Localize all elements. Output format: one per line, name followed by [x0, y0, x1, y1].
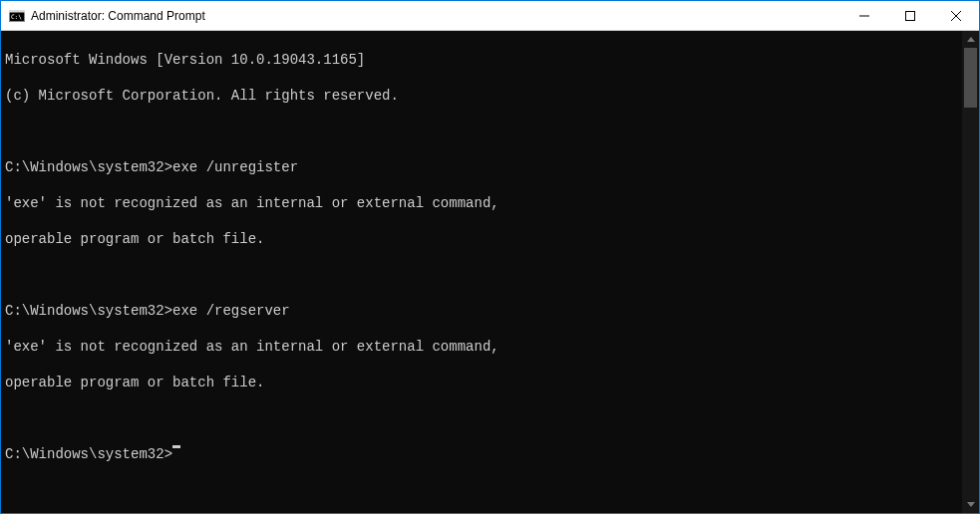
console-line: C:\Windows\system32>exe /unregister	[5, 158, 962, 176]
scroll-track[interactable]	[962, 48, 979, 496]
console-line	[5, 266, 962, 284]
close-button[interactable]	[933, 1, 979, 30]
console-line	[5, 409, 962, 427]
console-line: Microsoft Windows [Version 10.0.19043.11…	[5, 51, 962, 69]
scroll-thumb[interactable]	[964, 48, 977, 108]
text-cursor	[172, 445, 180, 448]
console-line: 'exe' is not recognized as an internal o…	[5, 194, 962, 212]
maximize-button[interactable]	[887, 1, 933, 30]
minimize-button[interactable]	[841, 1, 887, 30]
cmd-icon: C:\	[9, 8, 25, 24]
svg-rect-4	[906, 11, 915, 20]
console-line: operable program or batch file.	[5, 230, 962, 248]
scroll-up-button[interactable]	[962, 31, 979, 48]
console-line: C:\Windows\system32>exe /regserver	[5, 302, 962, 320]
console-line: (c) Microsoft Corporation. All rights re…	[5, 87, 962, 105]
console-line: 'exe' is not recognized as an internal o…	[5, 338, 962, 356]
console-line	[5, 123, 962, 140]
window-title: Administrator: Command Prompt	[31, 9, 841, 23]
vertical-scrollbar[interactable]	[962, 31, 979, 513]
svg-marker-7	[967, 37, 975, 42]
titlebar[interactable]: C:\ Administrator: Command Prompt	[1, 1, 979, 31]
window-controls	[841, 1, 979, 30]
console-area: Microsoft Windows [Version 10.0.19043.11…	[1, 31, 979, 513]
console-prompt-line: C:\Windows\system32>	[5, 445, 962, 463]
console-prompt: C:\Windows\system32>	[5, 445, 172, 463]
console-line: operable program or batch file.	[5, 374, 962, 391]
console-output[interactable]: Microsoft Windows [Version 10.0.19043.11…	[1, 31, 962, 513]
svg-text:C:\: C:\	[11, 13, 22, 20]
command-prompt-window: C:\ Administrator: Command Prompt Micros…	[1, 1, 979, 513]
scroll-down-button[interactable]	[962, 496, 979, 513]
svg-marker-8	[967, 502, 975, 507]
